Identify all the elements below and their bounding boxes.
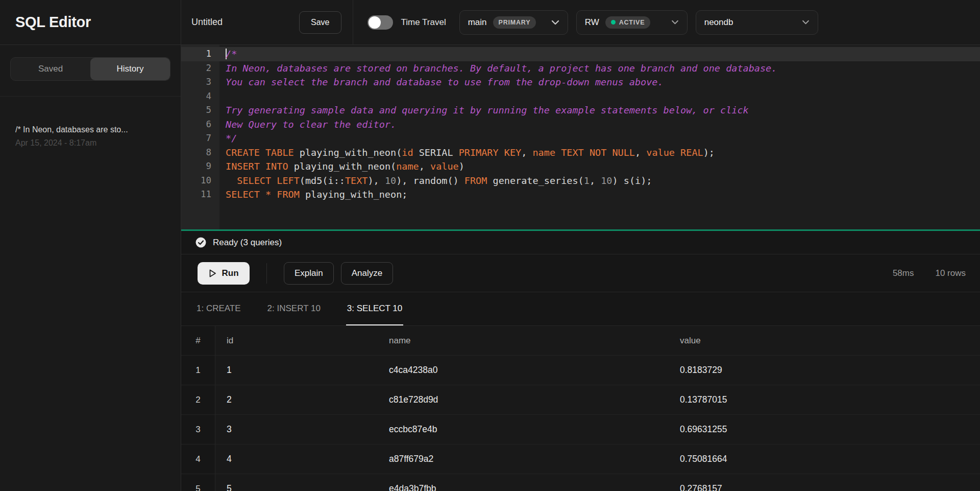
code-token: [226, 175, 237, 186]
code-text: /*: [219, 47, 237, 61]
compute-dropdown[interactable]: RW ACTIVE: [576, 10, 688, 35]
code-token: SERIAL: [413, 147, 459, 158]
editor-lines: 1/*2In Neon, databases are stored on bra…: [181, 47, 980, 202]
time-travel-toggle[interactable]: [368, 15, 393, 30]
code-token: generate_series(: [487, 175, 583, 186]
table-row[interactable]: 55e4da3b7fbb0.2768157: [181, 474, 980, 491]
cell-row-number: 1: [181, 356, 215, 385]
cell-id: 4: [215, 445, 379, 474]
table-row[interactable]: 33eccbc87e4b0.69631255: [181, 415, 980, 445]
sidebar-header: SQL Editor: [0, 0, 181, 45]
code-token: ,: [521, 147, 532, 158]
code-line[interactable]: 3You can select the branch and database …: [181, 75, 980, 89]
cell-value: 0.8183729: [670, 356, 980, 385]
run-button[interactable]: Run: [198, 262, 250, 285]
cell-row-number: 4: [181, 445, 215, 474]
sidebar: SQL Editor SavedHistory /* In Neon, data…: [0, 0, 181, 491]
line-number: 9: [181, 159, 219, 174]
results-tab-2-insert-10[interactable]: 2: INSERT 10: [266, 292, 322, 325]
code-token: [271, 175, 277, 186]
code-token: You can select the branch and database t…: [226, 77, 664, 87]
code-editor[interactable]: 1/*2In Neon, databases are stored on bra…: [181, 45, 980, 229]
line-number: 8: [181, 146, 219, 160]
code-token: SELECT * FROM: [226, 189, 300, 200]
analyze-button[interactable]: Analyze: [341, 262, 393, 285]
cell-row-number: 2: [181, 385, 215, 414]
code-line[interactable]: 5Try generating sample data and querying…: [181, 103, 980, 118]
run-metadata: 58ms 10 rows: [893, 268, 966, 278]
compute-badge-label: ACTIVE: [619, 19, 645, 26]
code-token: name: [532, 147, 555, 158]
code-line[interactable]: 9INSERT INTO playing_with_neon(name, val…: [181, 159, 980, 174]
table-row[interactable]: 11c4ca4238a00.8183729: [181, 356, 980, 385]
save-button[interactable]: Save: [299, 11, 341, 34]
column-header-name: name: [379, 326, 670, 355]
query-name[interactable]: Untitled: [191, 17, 223, 28]
branch-primary-badge: PRIMARY: [493, 16, 536, 29]
results-tabs: 1: CREATE2: INSERT 103: SELECT 10: [181, 292, 980, 326]
code-line[interactable]: 11SELECT * FROM playing_with_neon;: [181, 188, 980, 202]
code-text: Try generating sample data and querying …: [219, 103, 749, 118]
results-tab-3-select-10[interactable]: 3: SELECT 10: [346, 292, 403, 325]
code-token: value: [646, 147, 675, 158]
compute-name: RW: [585, 17, 599, 28]
code-line[interactable]: 10 SELECT LEFT(md5(i::TEXT), 10), random…: [181, 174, 980, 188]
result-row-count: 10 rows: [935, 268, 966, 278]
code-token: [555, 147, 561, 158]
code-token: INSERT INTO: [226, 161, 288, 172]
code-text: [219, 89, 226, 104]
code-token: ,: [419, 161, 430, 172]
code-token: 10: [601, 175, 612, 186]
code-line[interactable]: 7*/: [181, 131, 980, 146]
code-token: ): [459, 161, 464, 172]
code-token: TEXT NOT NULL: [561, 147, 635, 158]
saved-history-segmented-control: SavedHistory: [10, 57, 170, 81]
code-token: name: [396, 161, 419, 172]
branch-dropdown[interactable]: main PRIMARY: [459, 10, 568, 35]
code-line[interactable]: 4: [181, 89, 980, 104]
code-token: ), random(): [396, 175, 464, 186]
code-token: ),: [368, 175, 384, 186]
results-table-header: # id name value: [181, 326, 980, 356]
sidebar-tab-saved[interactable]: Saved: [11, 58, 90, 80]
code-token: FROM: [464, 175, 487, 186]
code-text: CREATE TABLE playing_with_neon(id SERIAL…: [219, 146, 715, 160]
code-token: REAL: [680, 147, 703, 158]
cell-value: 0.69631255: [670, 415, 980, 444]
chevron-down-icon: [802, 20, 810, 25]
database-dropdown[interactable]: neondb: [696, 10, 818, 35]
cell-name: a87ff679a2: [379, 445, 670, 474]
line-number: 4: [181, 89, 219, 104]
results-tab-1-create[interactable]: 1: CREATE: [195, 292, 242, 325]
code-token: playing_with_neon;: [300, 189, 408, 200]
table-row[interactable]: 22c81e728d9d0.13787015: [181, 385, 980, 415]
cell-name: c4ca4238a0: [379, 356, 670, 385]
actions-row: Run Explain Analyze 58ms 10 rows: [181, 254, 980, 292]
code-token: );: [703, 147, 715, 158]
line-number: 7: [181, 131, 219, 146]
sidebar-tab-history[interactable]: History: [90, 58, 170, 80]
ready-check-icon: [195, 237, 206, 248]
time-travel-label: Time Travel: [401, 17, 446, 28]
code-line[interactable]: 6New Query to clear the editor.: [181, 118, 980, 132]
sidebar-tabs-section: SavedHistory: [0, 45, 181, 97]
cell-name: eccbc87e4b: [379, 415, 670, 444]
table-row[interactable]: 44a87ff679a20.75081664: [181, 445, 980, 474]
line-number: 6: [181, 118, 219, 132]
line-number: 2: [181, 61, 219, 76]
sql-editor-app: SQL Editor SavedHistory /* In Neon, data…: [0, 0, 980, 491]
code-line[interactable]: 2In Neon, databases are stored on branch…: [181, 61, 980, 76]
cell-id: 3: [215, 415, 379, 444]
code-text: INSERT INTO playing_with_neon(name, valu…: [219, 159, 464, 174]
code-line[interactable]: 8CREATE TABLE playing_with_neon(id SERIA…: [181, 146, 980, 160]
explain-button[interactable]: Explain: [284, 262, 334, 285]
history-list-item[interactable]: /* In Neon, databases are sto...Apr 15, …: [0, 123, 181, 150]
code-token: */: [226, 133, 237, 144]
code-token: value: [430, 161, 459, 172]
code-token: In Neon, databases are stored on branche…: [226, 63, 777, 74]
code-token: [675, 147, 680, 158]
code-line[interactable]: 1/*: [181, 47, 980, 61]
code-token: ,: [635, 147, 646, 158]
compute-active-badge: ACTIVE: [605, 16, 651, 29]
chevron-down-icon: [551, 20, 559, 25]
